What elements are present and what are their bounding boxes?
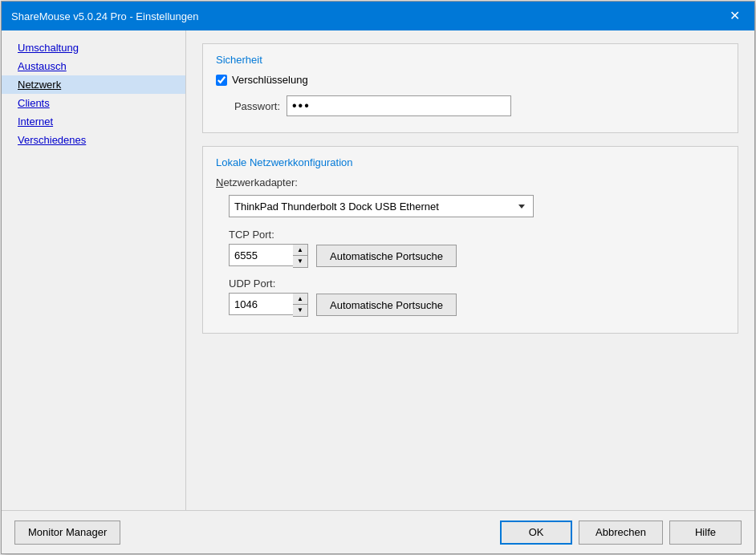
tcp-auto-port-button[interactable]: Automatische Portsuche <box>316 245 457 267</box>
tcp-spinner-buttons: ▲ ▼ <box>293 244 308 268</box>
sidebar-item-netzwerk[interactable]: Netzwerk <box>2 75 185 94</box>
main-content: Sicherheit Verschlüsselung Passwort: Lok… <box>186 30 754 510</box>
window-body: Umschaltung Austausch Netzwerk Clients I… <box>2 30 754 510</box>
sidebar-item-verschiedenes[interactable]: Verschiedenes <box>2 131 185 149</box>
sidebar: Umschaltung Austausch Netzwerk Clients I… <box>2 30 186 510</box>
network-adapter-label: Netzwerkadapter: <box>216 176 725 188</box>
udp-port-label: UDP Port: <box>229 278 725 290</box>
ok-button[interactable]: OK <box>500 521 572 545</box>
udp-auto-port-button[interactable]: Automatische Portsuche <box>316 294 457 316</box>
encryption-row: Verschlüsselung <box>216 74 725 86</box>
help-button[interactable]: Hilfe <box>669 521 742 545</box>
udp-decrement-button[interactable]: ▼ <box>293 305 307 316</box>
network-adapter-row: ThinkPad Thunderbolt 3 Dock USB Ethernet <box>229 195 725 217</box>
encryption-label[interactable]: Verschlüsselung <box>232 74 308 86</box>
password-row: Passwort: <box>216 95 725 116</box>
tcp-spinner: ▲ ▼ <box>229 244 308 268</box>
encryption-checkbox[interactable] <box>216 75 227 86</box>
sidebar-item-internet[interactable]: Internet <box>2 112 185 131</box>
udp-port-input[interactable] <box>229 293 293 315</box>
sidebar-item-austausch[interactable]: Austausch <box>2 57 185 75</box>
sidebar-item-umschaltung[interactable]: Umschaltung <box>2 38 185 57</box>
footer: Monitor Manager OK Abbrechen Hilfe <box>2 510 754 553</box>
password-label: Passwort: <box>216 100 280 112</box>
tcp-port-input[interactable] <box>229 244 293 266</box>
password-input[interactable] <box>287 95 511 116</box>
udp-spinner: ▲ ▼ <box>229 293 308 317</box>
sidebar-item-clients[interactable]: Clients <box>2 94 185 112</box>
tcp-port-label: TCP Port: <box>229 229 725 241</box>
security-section-title: Sicherheit <box>216 54 725 66</box>
close-button[interactable]: ✕ <box>725 8 745 24</box>
network-section-title: Lokale Netzwerkkonfiguration <box>216 156 725 168</box>
network-adapter-select[interactable]: ThinkPad Thunderbolt 3 Dock USB Ethernet <box>229 195 534 217</box>
tcp-decrement-button[interactable]: ▼ <box>293 256 307 267</box>
udp-increment-button[interactable]: ▲ <box>293 294 307 305</box>
footer-left: Monitor Manager <box>14 521 500 545</box>
main-window: ShareMouse v5.0.24 Pro - Einstellungen ✕… <box>1 1 755 554</box>
security-section: Sicherheit Verschlüsselung Passwort: <box>202 43 738 133</box>
tcp-port-row: ▲ ▼ Automatische Portsuche <box>229 244 725 268</box>
window-title: ShareMouse v5.0.24 Pro - Einstellungen <box>11 10 198 22</box>
udp-spinner-buttons: ▲ ▼ <box>293 293 308 317</box>
footer-right: OK Abbrechen Hilfe <box>500 521 742 545</box>
title-bar: ShareMouse v5.0.24 Pro - Einstellungen ✕ <box>2 2 754 30</box>
monitor-manager-button[interactable]: Monitor Manager <box>14 521 120 545</box>
cancel-button[interactable]: Abbrechen <box>579 521 663 545</box>
network-section: Lokale Netzwerkkonfiguration Netzwerkada… <box>202 146 738 334</box>
udp-port-row: ▲ ▼ Automatische Portsuche <box>229 293 725 317</box>
tcp-increment-button[interactable]: ▲ <box>293 245 307 256</box>
